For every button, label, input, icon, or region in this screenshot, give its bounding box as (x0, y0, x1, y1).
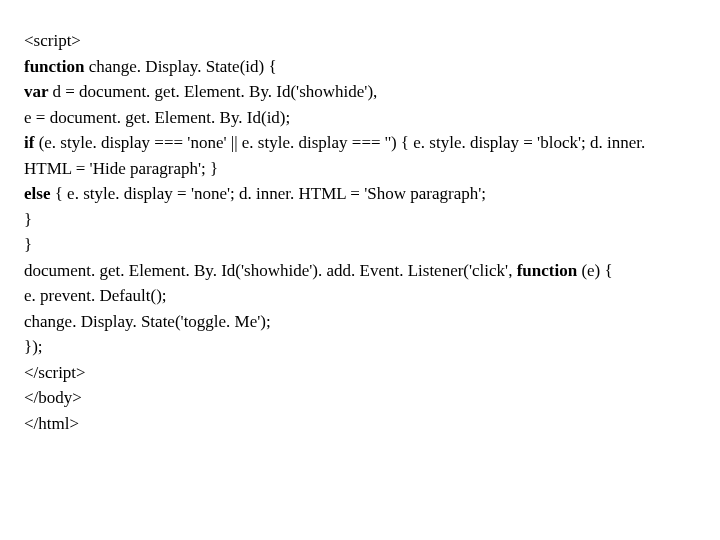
code-text: { e. style. display = 'none'; d. inner. … (55, 184, 486, 203)
code-page: <script>function change. Display. State(… (0, 0, 720, 464)
code-text: <script> (24, 31, 81, 50)
code-text: }); (24, 337, 43, 356)
code-line: } (24, 207, 696, 233)
code-line: } (24, 232, 696, 258)
code-text: </script> (24, 363, 86, 382)
code-line: document. get. Element. By. Id('showhide… (24, 258, 696, 284)
code-line: var d = document. get. Element. By. Id('… (24, 79, 696, 105)
code-line: e = document. get. Element. By. Id(id); (24, 105, 696, 131)
code-text: d = document. get. Element. By. Id('show… (53, 82, 378, 101)
code-text: (e. style. display === 'none' || e. styl… (24, 133, 645, 178)
code-keyword: else (24, 184, 55, 203)
code-line: }); (24, 334, 696, 360)
code-text: change. Display. State(id) { (89, 57, 277, 76)
code-text: e = document. get. Element. By. Id(id); (24, 108, 290, 127)
code-text: </html> (24, 414, 79, 433)
code-keyword: function (517, 261, 582, 280)
code-line: if (e. style. display === 'none' || e. s… (24, 130, 696, 181)
code-line: e. prevent. Default(); (24, 283, 696, 309)
code-text: } (24, 210, 32, 229)
code-text: } (24, 235, 32, 254)
code-line: function change. Display. State(id) { (24, 54, 696, 80)
code-line: change. Display. State('toggle. Me'); (24, 309, 696, 335)
code-line: </script> (24, 360, 696, 386)
code-text: e. prevent. Default(); (24, 286, 167, 305)
code-keyword: if (24, 133, 39, 152)
code-line: </html> (24, 411, 696, 437)
code-keyword: var (24, 82, 53, 101)
code-line: <script> (24, 28, 696, 54)
code-text: </body> (24, 388, 82, 407)
code-text: (e) { (581, 261, 612, 280)
code-keyword: function (24, 57, 89, 76)
code-block: <script>function change. Display. State(… (24, 28, 696, 436)
code-text: change. Display. State('toggle. Me'); (24, 312, 271, 331)
code-text: document. get. Element. By. Id('showhide… (24, 261, 517, 280)
code-line: else { e. style. display = 'none'; d. in… (24, 181, 696, 207)
code-line: </body> (24, 385, 696, 411)
